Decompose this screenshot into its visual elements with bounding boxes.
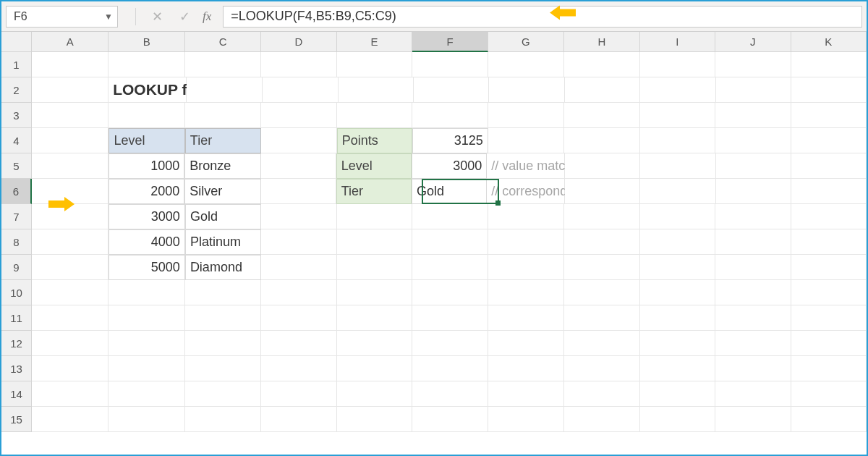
cell[interactable] — [185, 280, 261, 305]
cell[interactable] — [261, 407, 336, 432]
cell[interactable] — [32, 52, 109, 77]
cell[interactable] — [32, 305, 109, 331]
cell[interactable] — [488, 204, 564, 229]
col-header[interactable]: K — [791, 32, 867, 52]
cell[interactable] — [185, 331, 261, 356]
cell[interactable] — [640, 204, 715, 229]
cell[interactable] — [715, 128, 791, 153]
cell[interactable] — [565, 153, 640, 179]
cell[interactable] — [791, 153, 867, 179]
cell[interactable] — [715, 204, 791, 229]
lookup-points-label[interactable]: Points — [337, 128, 412, 153]
cell[interactable] — [337, 103, 412, 128]
cell-comment[interactable]: // value matched in level — [487, 153, 565, 179]
cell[interactable] — [261, 356, 336, 381]
cell[interactable] — [185, 103, 261, 128]
cell[interactable] — [261, 280, 336, 305]
cell[interactable] — [412, 305, 488, 331]
row-header[interactable]: 10 — [1, 280, 32, 305]
row-header[interactable]: 3 — [1, 103, 32, 128]
cell[interactable] — [791, 229, 867, 255]
col-header[interactable]: A — [32, 32, 109, 52]
row-header[interactable]: 15 — [1, 407, 32, 432]
row-header[interactable]: 2 — [1, 77, 32, 103]
cell[interactable] — [564, 229, 639, 255]
cell[interactable] — [261, 381, 336, 407]
cell[interactable] — [564, 381, 639, 407]
cell[interactable] — [488, 407, 564, 432]
col-header[interactable]: F — [412, 32, 488, 52]
cell[interactable] — [412, 280, 488, 305]
table-row[interactable]: 1000 — [109, 153, 184, 179]
cell[interactable] — [337, 204, 412, 229]
cell[interactable] — [109, 407, 184, 432]
cell[interactable] — [488, 255, 564, 280]
cell[interactable] — [716, 179, 791, 204]
cell[interactable] — [640, 52, 715, 77]
lookup-level-value[interactable]: 3000 — [412, 153, 487, 179]
table-row[interactable]: Gold — [185, 204, 261, 229]
cell[interactable] — [564, 356, 639, 381]
cell[interactable] — [261, 305, 336, 331]
cell[interactable] — [412, 204, 488, 229]
cell[interactable] — [412, 103, 488, 128]
cell[interactable] — [640, 407, 715, 432]
cell[interactable] — [489, 77, 565, 103]
cell[interactable] — [32, 381, 109, 407]
cell[interactable] — [564, 331, 639, 356]
cell[interactable] — [564, 103, 639, 128]
cell[interactable] — [261, 179, 336, 204]
cell[interactable] — [791, 305, 867, 331]
cell[interactable] — [488, 103, 564, 128]
cell[interactable] — [412, 331, 488, 356]
table-row[interactable]: Silver — [184, 179, 260, 204]
cell[interactable] — [412, 229, 488, 255]
cell[interactable] — [715, 255, 791, 280]
row-header[interactable]: 13 — [1, 356, 32, 381]
cell[interactable] — [715, 381, 791, 407]
col-header[interactable]: C — [185, 32, 261, 52]
cell[interactable] — [564, 280, 639, 305]
cell[interactable] — [337, 381, 412, 407]
col-header[interactable]: E — [337, 32, 412, 52]
cell[interactable] — [640, 356, 715, 381]
cell[interactable] — [412, 356, 488, 381]
cell[interactable] — [488, 356, 564, 381]
table-header-tier[interactable]: Tier — [185, 128, 261, 153]
cell[interactable] — [337, 280, 412, 305]
cell[interactable] — [32, 255, 109, 280]
cell[interactable] — [261, 229, 336, 255]
spreadsheet-grid[interactable]: A B C D E F G H I J K 1 2 3 4 5 6 7 8 9 … — [1, 32, 867, 455]
cell[interactable] — [414, 77, 489, 103]
table-row[interactable]: 5000 — [109, 255, 184, 280]
cell[interactable] — [109, 381, 184, 407]
cell[interactable] — [488, 381, 564, 407]
cell[interactable] — [337, 52, 412, 77]
cell[interactable] — [640, 103, 715, 128]
name-box[interactable]: F6 ▼ — [6, 6, 118, 28]
cell[interactable] — [109, 280, 184, 305]
lookup-tier-value[interactable]: Gold — [412, 179, 487, 204]
cell[interactable] — [32, 407, 109, 432]
cell[interactable] — [565, 77, 640, 103]
col-header[interactable]: J — [715, 32, 791, 52]
cell[interactable] — [337, 229, 412, 255]
cell[interactable] — [488, 229, 564, 255]
formula-input[interactable]: =LOOKUP(F4,B5:B9,C5:C9) — [223, 6, 862, 28]
cell[interactable] — [263, 77, 338, 103]
cell[interactable] — [791, 381, 867, 407]
col-header[interactable]: G — [488, 32, 564, 52]
cell[interactable] — [185, 356, 261, 381]
cell[interactable] — [640, 305, 715, 331]
cell[interactable] — [564, 128, 639, 153]
row-header[interactable]: 9 — [1, 255, 32, 280]
row-header[interactable]: 1 — [1, 52, 32, 77]
cell[interactable] — [564, 305, 639, 331]
select-all-corner[interactable] — [1, 32, 32, 52]
cell[interactable] — [488, 305, 564, 331]
cell[interactable] — [337, 356, 412, 381]
cell[interactable] — [716, 77, 791, 103]
cell[interactable] — [261, 128, 336, 153]
cell[interactable] — [791, 179, 867, 204]
cell[interactable] — [640, 128, 715, 153]
